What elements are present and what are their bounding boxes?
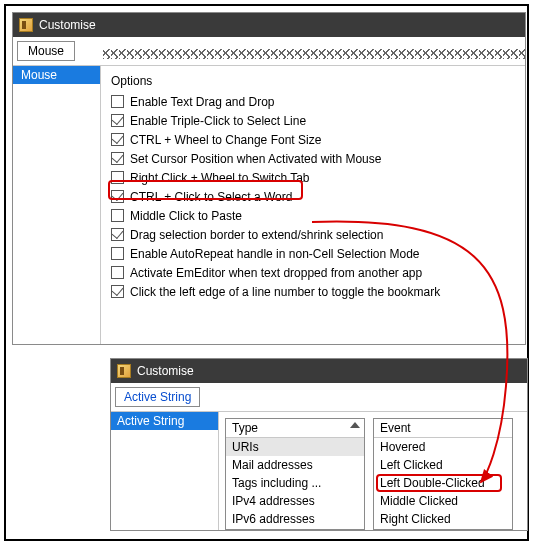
option-checkbox[interactable]: Middle Click to Paste bbox=[111, 206, 517, 225]
event-list-item[interactable]: Hovered bbox=[374, 438, 512, 456]
app-icon bbox=[19, 18, 33, 32]
option-label: Middle Click to Paste bbox=[130, 209, 242, 223]
event-column-header[interactable]: Event bbox=[374, 419, 512, 438]
checkbox-box[interactable] bbox=[111, 190, 124, 203]
option-checkbox[interactable]: Drag selection border to extend/shrink s… bbox=[111, 225, 517, 244]
event-listbox[interactable]: Event HoveredLeft ClickedLeft Double-Cli… bbox=[373, 418, 513, 530]
tab-strip: Active String bbox=[111, 383, 527, 411]
checkbox-box[interactable] bbox=[111, 133, 124, 146]
event-list-item[interactable]: Left Clicked bbox=[374, 456, 512, 474]
option-checkbox[interactable]: Enable Text Drag and Drop bbox=[111, 92, 517, 111]
type-list-item[interactable]: Mail addresses bbox=[226, 456, 364, 474]
option-checkbox[interactable]: Right Click + Wheel to Switch Tab bbox=[111, 168, 517, 187]
checkbox-box[interactable] bbox=[111, 247, 124, 260]
option-label: Click the left edge of a line number to … bbox=[130, 285, 440, 299]
event-list-item[interactable]: Middle Clicked bbox=[374, 492, 512, 510]
tab-active-string[interactable]: Active String bbox=[115, 387, 200, 407]
customise-window-active-string: Customise Active String Active String Ty… bbox=[110, 358, 528, 531]
event-list-item[interactable]: Right Clicked bbox=[374, 510, 512, 528]
tab-strip: Mouse bbox=[13, 37, 525, 65]
tab-mouse[interactable]: Mouse bbox=[17, 41, 75, 61]
option-label: CTRL + Click to Select a Word bbox=[130, 190, 292, 204]
checkbox-box[interactable] bbox=[111, 228, 124, 241]
window-title: Customise bbox=[39, 18, 96, 32]
category-sidebar: Active String bbox=[111, 412, 219, 530]
window-title: Customise bbox=[137, 364, 194, 378]
option-checkbox[interactable]: CTRL + Wheel to Change Font Size bbox=[111, 130, 517, 149]
checkbox-box[interactable] bbox=[111, 114, 124, 127]
option-checkbox[interactable]: Enable AutoRepeat handle in non-Cell Sel… bbox=[111, 244, 517, 263]
option-label: CTRL + Wheel to Change Font Size bbox=[130, 133, 321, 147]
option-label: Enable Triple-Click to Select Line bbox=[130, 114, 306, 128]
type-column-header[interactable]: Type bbox=[226, 419, 364, 438]
app-icon bbox=[117, 364, 131, 378]
titlebar: Customise bbox=[111, 359, 527, 383]
option-checkbox[interactable]: Click the left edge of a line number to … bbox=[111, 282, 517, 301]
sidebar-item-mouse[interactable]: Mouse bbox=[13, 66, 100, 84]
type-header-label: Type bbox=[232, 421, 258, 435]
checkbox-box[interactable] bbox=[111, 95, 124, 108]
category-sidebar: Mouse bbox=[13, 66, 101, 344]
sidebar-item-active-string[interactable]: Active String bbox=[111, 412, 218, 430]
tab-overflow-decoration bbox=[103, 49, 525, 59]
option-checkbox[interactable]: Enable Triple-Click to Select Line bbox=[111, 111, 517, 130]
checkbox-box[interactable] bbox=[111, 285, 124, 298]
option-label: Set Cursor Position when Activated with … bbox=[130, 152, 381, 166]
event-header-label: Event bbox=[380, 421, 411, 435]
option-label: Activate EmEditor when text dropped from… bbox=[130, 266, 422, 280]
option-checkbox[interactable]: Set Cursor Position when Activated with … bbox=[111, 149, 517, 168]
titlebar: Customise bbox=[13, 13, 525, 37]
customise-window-mouse: Customise Mouse Mouse Options Enable Tex… bbox=[12, 12, 526, 345]
type-list-item[interactable]: URIs bbox=[226, 438, 364, 456]
option-label: Drag selection border to extend/shrink s… bbox=[130, 228, 383, 242]
option-checkbox[interactable]: Activate EmEditor when text dropped from… bbox=[111, 263, 517, 282]
type-list-item[interactable]: IPv4 addresses bbox=[226, 492, 364, 510]
sort-arrow-icon bbox=[350, 422, 360, 428]
type-list-item[interactable]: IPv6 addresses bbox=[226, 510, 364, 528]
checkbox-box[interactable] bbox=[111, 266, 124, 279]
option-label: Enable Text Drag and Drop bbox=[130, 95, 275, 109]
event-list-item[interactable]: Left Double-Clicked bbox=[374, 474, 512, 492]
options-panel: Options Enable Text Drag and DropEnable … bbox=[101, 66, 525, 344]
checkbox-box[interactable] bbox=[111, 152, 124, 165]
checkbox-box[interactable] bbox=[111, 209, 124, 222]
option-label: Enable AutoRepeat handle in non-Cell Sel… bbox=[130, 247, 420, 261]
type-listbox[interactable]: Type URIsMail addressesTags including ..… bbox=[225, 418, 365, 530]
checkbox-box[interactable] bbox=[111, 171, 124, 184]
option-checkbox[interactable]: CTRL + Click to Select a Word bbox=[111, 187, 517, 206]
type-list-item[interactable]: Tags including ... bbox=[226, 474, 364, 492]
option-label: Right Click + Wheel to Switch Tab bbox=[130, 171, 310, 185]
options-header: Options bbox=[111, 74, 517, 88]
